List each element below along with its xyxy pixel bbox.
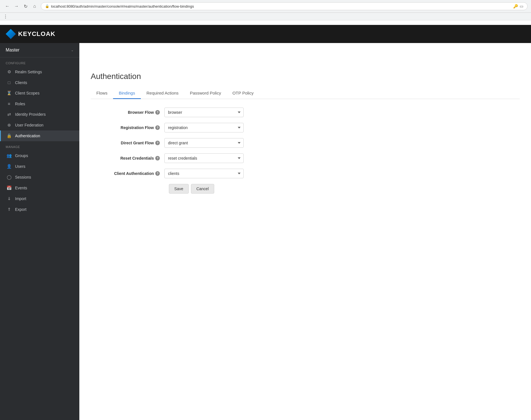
realm-name: Master [6,48,20,53]
sidebar-item-export[interactable]: ⇑ Export [0,204,79,215]
sidebar-item-client-scopes[interactable]: ⌛ Client Scopes [0,88,79,98]
logo-diamond-icon [6,29,16,39]
export-icon: ⇑ [7,207,12,212]
realm-selector[interactable]: Master ⌄ [0,43,79,57]
tab-otp-policy[interactable]: OTP Policy [227,88,259,99]
events-icon: 📅 [7,185,12,190]
reset-credentials-select[interactable]: browser direct grant registration reset … [164,153,244,163]
sidebar-item-label: Export [15,207,26,212]
sidebar-item-roles[interactable]: ≡ Roles [0,98,79,109]
cast-icon: ▭ [520,4,523,8]
sidebar-item-label: Realm Settings [15,70,42,74]
manage-section-label: Manage [0,141,79,150]
realm-settings-icon: ⚙ [7,69,12,74]
sidebar-item-users[interactable]: 👤 Users [0,161,79,172]
forward-button[interactable]: → [12,2,20,10]
reset-credentials-help-icon[interactable]: ? [155,156,160,160]
registration-flow-row: Registration Flow ? browser direct grant… [91,123,289,132]
sidebar-item-import[interactable]: ⇓ Import [0,193,79,204]
sidebar-item-label: Groups [15,153,28,158]
sidebar-item-label: Sessions [15,175,31,179]
apps-grid-icon: ⋮ [3,14,8,19]
sidebar-item-events[interactable]: 📅 Events [0,183,79,193]
app-layout: Master ⌄ Configure ⚙ Realm Settings □ Cl… [0,20,531,420]
tab-bindings[interactable]: Bindings [113,88,141,99]
user-federation-icon: ⊕ [7,123,12,128]
page-title: Authentication [91,72,520,81]
sidebar-item-realm-settings[interactable]: ⚙ Realm Settings [0,67,79,77]
tabs: Flows Bindings Required Actions Password… [91,88,520,99]
form-actions: Save Cancel [164,184,289,194]
sidebar-item-clients[interactable]: □ Clients [0,77,79,88]
registration-flow-label: Registration Flow ? [91,125,164,130]
clients-icon: □ [7,80,12,85]
tab-password-policy[interactable]: Password Policy [184,88,227,99]
client-authentication-label: Client Authentication ? [91,171,164,176]
registration-flow-help-icon[interactable]: ? [155,125,160,130]
url-text: localhost:8080/auth/admin/master/console… [51,4,511,8]
sidebar-item-identity-providers[interactable]: ⇄ Identity Providers [0,109,79,120]
tab-flows[interactable]: Flows [91,88,113,99]
sidebar-item-label: Users [15,164,26,169]
direct-grant-flow-help-icon[interactable]: ? [155,141,160,145]
direct-grant-flow-select[interactable]: browser direct grant registration reset … [164,138,244,148]
configure-section-label: Configure [0,57,79,67]
reset-credentials-row: Reset Credentials ? browser direct grant… [91,153,289,163]
browser-flow-select[interactable]: browser direct grant registration reset … [164,108,244,117]
groups-icon: 👥 [7,153,12,158]
logo-text: KEYCLOAK [18,30,55,38]
client-scopes-icon: ⌛ [7,91,12,96]
tab-required-actions[interactable]: Required Actions [141,88,184,99]
sidebar-item-user-federation[interactable]: ⊕ User Federation [0,120,79,130]
registration-flow-select[interactable]: browser direct grant registration reset … [164,123,244,132]
save-button[interactable]: Save [169,184,189,194]
sidebar-item-label: Roles [15,102,25,106]
cancel-button[interactable]: Cancel [191,184,214,194]
lock-icon: 🔒 [45,4,49,8]
bindings-form: Browser Flow ? browser direct grant regi… [91,108,289,194]
import-icon: ⇓ [7,196,12,201]
authentication-icon: 🔒 [7,133,12,138]
users-icon: 👤 [7,164,12,169]
app-header: KEYCLOAK [0,25,531,43]
browser-chrome: ← → ↻ ⌂ 🔒 localhost:8080/auth/admin/mast… [0,0,531,13]
logo: KEYCLOAK [6,29,55,39]
roles-icon: ≡ [7,101,12,106]
sidebar-item-label: Import [15,196,26,201]
nav-buttons: ← → ↻ ⌂ [3,2,39,10]
sidebar: Master ⌄ Configure ⚙ Realm Settings □ Cl… [0,43,79,420]
client-authentication-help-icon[interactable]: ? [155,171,160,176]
sessions-icon: ◯ [7,175,12,180]
bookmarks-bar: ⋮ [0,13,531,20]
sidebar-item-groups[interactable]: 👥 Groups [0,150,79,161]
reset-credentials-label: Reset Credentials ? [91,156,164,160]
browser-flow-label: Browser Flow ? [91,110,164,115]
client-authentication-row: Client Authentication ? browser direct g… [91,169,289,178]
browser-flow-row: Browser Flow ? browser direct grant regi… [91,108,289,117]
sidebar-item-sessions[interactable]: ◯ Sessions [0,172,79,183]
chevron-down-icon: ⌄ [71,48,74,52]
sidebar-item-label: Events [15,186,27,190]
browser-flow-help-icon[interactable]: ? [155,110,160,115]
home-button[interactable]: ⌂ [31,2,39,10]
direct-grant-flow-label: Direct Grant Flow ? [91,141,164,145]
sidebar-item-authentication[interactable]: 🔒 Authentication [0,130,79,141]
sidebar-item-label: Client Scopes [15,91,39,95]
client-authentication-select[interactable]: browser direct grant registration reset … [164,169,244,178]
key-icon: 🔑 [513,4,518,8]
sidebar-item-label: User Federation [15,123,43,127]
main-content: Authentication Flows Bindings Required A… [79,63,531,420]
sidebar-item-label: Clients [15,80,27,85]
back-button[interactable]: ← [3,2,11,10]
direct-grant-flow-row: Direct Grant Flow ? browser direct grant… [91,138,289,148]
identity-providers-icon: ⇄ [7,112,12,117]
address-bar[interactable]: 🔒 localhost:8080/auth/admin/master/conso… [41,2,528,10]
sidebar-item-label: Authentication [15,134,40,138]
reload-button[interactable]: ↻ [22,2,29,10]
sidebar-item-label: Identity Providers [15,112,46,117]
